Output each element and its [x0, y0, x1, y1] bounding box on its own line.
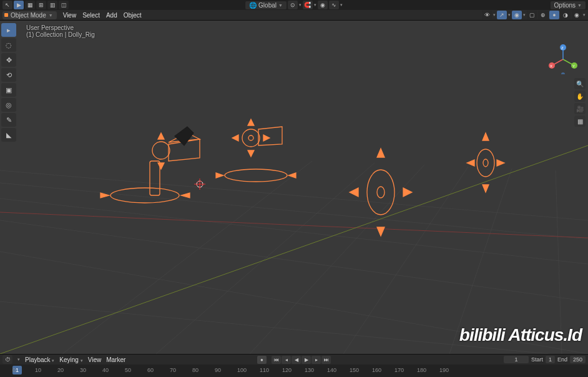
wireframe-shading-icon[interactable]: ⊕ [538, 11, 548, 19]
move-tool[interactable]: ✥ [1, 53, 16, 67]
key-next-icon[interactable]: ▸ [311, 356, 321, 364]
tick-mark: 60 [147, 367, 154, 373]
end-label: End [557, 356, 567, 363]
viewport-nav: 🔍 ✋ 🎥 ▦ [574, 78, 586, 127]
menu-add[interactable]: Add [106, 12, 117, 19]
solid-shading-icon[interactable]: ● [549, 11, 559, 19]
svg-rect-19 [150, 161, 160, 195]
start-frame-field[interactable]: 1 [546, 356, 555, 363]
options-button[interactable]: Options ▼ [551, 1, 586, 9]
autokey-icon[interactable]: ● [257, 356, 267, 364]
pan-icon[interactable]: ✋ [574, 91, 586, 102]
start-label: Start [531, 356, 543, 363]
material-shading-icon[interactable]: ◑ [561, 11, 571, 19]
mode-dropdown[interactable]: Object Mode ▼ [2, 11, 57, 19]
svg-point-41 [561, 72, 565, 74]
svg-text:Y: Y [572, 64, 575, 68]
svg-point-25 [248, 135, 253, 140]
menu-view[interactable]: View [63, 12, 77, 19]
snap-icon[interactable]: ▥ [47, 1, 57, 9]
tick-mark: 10 [35, 367, 41, 373]
top-toolbar: ↖ ▶ ▦ ⊞ ▥ ◫ 🌐 Global ▼ ⊙ ▾ 🧲 ▾ ◉ ∿ ▾ Opt… [0, 0, 588, 10]
grid-icon[interactable]: ⊞ [36, 1, 46, 9]
chevron-down-icon: ▼ [49, 13, 53, 17]
tick-mark: 180 [417, 367, 426, 373]
eye-icon[interactable]: 👁 [482, 11, 492, 19]
snap-toggle-icon[interactable]: 🧲 [303, 1, 313, 9]
svg-line-3 [0, 220, 588, 301]
zoom-icon[interactable]: 🔍 [574, 78, 586, 89]
scale-tool[interactable]: ▣ [1, 83, 16, 97]
tick-mark: 50 [125, 367, 131, 373]
persp-icon[interactable]: ▦ [574, 115, 586, 127]
svg-text:X: X [550, 64, 552, 68]
render-shading-icon[interactable]: ◉ [572, 11, 582, 19]
svg-line-7 [156, 163, 375, 354]
annotate-tool[interactable]: ✎ [1, 113, 16, 127]
tick-mark: 170 [394, 367, 404, 373]
proportional-icon[interactable]: ◫ [59, 1, 69, 9]
menu-object[interactable]: Object [124, 12, 142, 19]
object-mode-icon [4, 13, 8, 17]
end-frame-field[interactable]: 250 [570, 356, 586, 363]
playback-menu[interactable]: Playback ▾ [25, 356, 54, 363]
viewport-info: User Perspective (1) Collection | Dolly_… [26, 24, 95, 38]
timeline-view-menu[interactable]: View [88, 356, 102, 363]
svg-point-27 [225, 169, 287, 182]
transform-tool[interactable]: ◎ [1, 98, 16, 112]
svg-point-18 [110, 188, 179, 203]
tick-mark: 120 [282, 367, 292, 373]
svg-point-29 [377, 187, 385, 198]
axis-gizmo[interactable]: X Y Z [548, 44, 578, 76]
orientation-label: Global [258, 2, 277, 9]
overlay-icon[interactable]: ◉ [512, 11, 522, 19]
tick-mark: 20 [57, 367, 64, 373]
tweak-icon[interactable]: ▦ [25, 1, 35, 9]
proportional-edit-icon[interactable]: ◉ [318, 1, 328, 9]
pivot-icon[interactable]: ⊙ [288, 1, 298, 9]
tick-mark: 190 [439, 367, 449, 373]
tick-mark: 30 [80, 367, 86, 373]
cursor-icon[interactable]: ↖ [2, 1, 12, 9]
svg-text:Z: Z [561, 46, 564, 50]
key-prev-icon[interactable]: ◂ [282, 356, 291, 364]
select-box-icon[interactable]: ▶ [14, 1, 24, 9]
play-reverse-icon[interactable]: ◀ [292, 356, 301, 364]
menu-select[interactable]: Select [82, 12, 100, 19]
chevron-down-icon: ▼ [278, 3, 283, 7]
falloff-icon[interactable]: ∿ [329, 1, 339, 9]
svg-point-31 [483, 159, 488, 167]
play-icon[interactable]: ▶ [301, 356, 311, 364]
jump-start-icon[interactable]: ⏮ [272, 356, 281, 364]
xray-icon[interactable]: ▢ [527, 11, 537, 19]
active-object-label: (1) Collection | Dolly_Rig [26, 31, 95, 38]
timeline-track[interactable]: 1 01020304050607080901001101201301401501… [0, 365, 588, 377]
measure-tool[interactable]: ◣ [1, 128, 16, 142]
svg-line-1 [0, 183, 588, 239]
tick-mark: 70 [170, 367, 176, 373]
viewport-3d[interactable]: User Perspective (1) Collection | Dolly_… [0, 21, 588, 354]
svg-point-20 [152, 142, 170, 159]
svg-marker-26 [258, 127, 282, 145]
gizmo-icon[interactable]: ↗ [497, 11, 507, 19]
svg-line-12 [0, 212, 588, 238]
cursor-tool[interactable]: ▸ [1, 23, 16, 37]
timeline-header: ⏱ ▾ Playback ▾ Keying ▾ View Marker ● ⏮ … [0, 354, 588, 365]
current-frame-field[interactable]: 1 [504, 356, 529, 363]
rotate-tool[interactable]: ⟲ [1, 68, 16, 82]
tick-mark: 0 [12, 367, 16, 373]
camera-icon[interactable]: 🎥 [574, 103, 586, 114]
viewport-scene [0, 21, 588, 354]
tick-mark: 160 [372, 367, 381, 373]
select-tool[interactable]: ◌ [1, 38, 16, 52]
jump-end-icon[interactable]: ⏭ [321, 356, 331, 364]
tool-palette: ▸ ◌ ✥ ⟲ ▣ ◎ ✎ ◣ [0, 21, 17, 144]
svg-line-0 [0, 170, 588, 220]
tick-mark: 40 [102, 367, 109, 373]
tick-mark: 130 [305, 367, 314, 373]
timeline-editor-icon[interactable]: ⏱ [2, 355, 12, 364]
orientation-dropdown[interactable]: 🌐 Global ▼ [245, 1, 287, 9]
keying-menu[interactable]: Keying ▾ [59, 356, 82, 363]
marker-menu[interactable]: Marker [106, 356, 125, 363]
watermark: bilibili Atticus.Id [459, 325, 582, 345]
